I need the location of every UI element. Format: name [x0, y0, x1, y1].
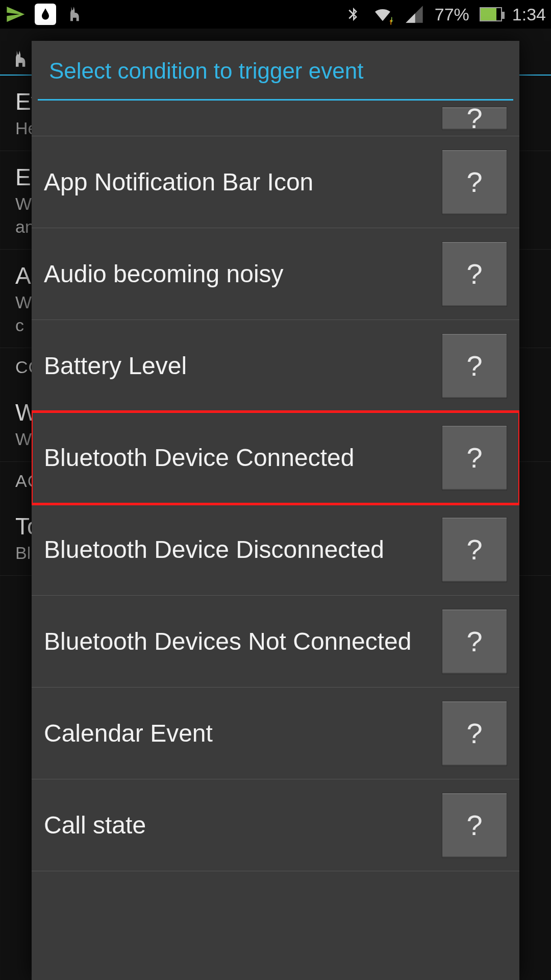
condition-label: App Notification Bar Icon: [44, 167, 442, 198]
condition-item-bluetooth-device-connected[interactable]: Bluetooth Device Connected ?: [32, 412, 519, 504]
help-button[interactable]: ?: [442, 241, 507, 307]
condition-item-call-state[interactable]: Call state ?: [32, 779, 519, 871]
help-button[interactable]: ?: [442, 609, 507, 674]
battery-percentage: 77%: [435, 5, 469, 24]
help-button[interactable]: ?: [442, 425, 507, 491]
help-button[interactable]: ?: [442, 517, 507, 582]
condition-item-calendar-event[interactable]: Calendar Event ?: [32, 688, 519, 779]
paper-plane-icon: [5, 4, 26, 24]
condition-item-audio-becoming-noisy[interactable]: Audio becoming noisy ?: [32, 228, 519, 320]
condition-item-app-notification-bar-icon[interactable]: App Notification Bar Icon ?: [32, 136, 519, 228]
condition-label: Battery Level: [44, 351, 442, 381]
condition-label: Bluetooth Devices Not Connected: [44, 626, 442, 657]
condition-label: Call state: [44, 810, 442, 841]
condition-label: Bluetooth Device Disconnected: [44, 534, 442, 565]
wifi-icon: [371, 4, 394, 24]
condition-list[interactable]: ? App Notification Bar Icon ? Audio beco…: [32, 101, 519, 980]
condition-item-partial[interactable]: ?: [32, 101, 519, 136]
cell-signal-icon: [404, 4, 424, 24]
condition-dialog: Select condition to trigger event ? App …: [32, 41, 519, 980]
llama-icon: [65, 4, 86, 24]
help-button[interactable]: ?: [442, 793, 507, 858]
dialog-title: Select condition to trigger event: [32, 41, 519, 99]
status-bar: 77% 1:34: [0, 0, 551, 29]
llama-app-icon: [10, 48, 33, 70]
help-button[interactable]: ?: [442, 701, 507, 766]
condition-label: Bluetooth Device Connected: [44, 443, 442, 473]
condition-label: Audio becoming noisy: [44, 259, 442, 289]
bluetooth-icon: [345, 4, 361, 24]
drop-app-icon: [35, 4, 56, 25]
help-button[interactable]: ?: [442, 107, 507, 130]
help-button[interactable]: ?: [442, 150, 507, 215]
battery-icon: [480, 7, 502, 21]
condition-item-bluetooth-devices-not-connected[interactable]: Bluetooth Devices Not Connected ?: [32, 596, 519, 688]
help-button[interactable]: ?: [442, 333, 507, 399]
condition-label: Calendar Event: [44, 718, 442, 749]
condition-item-bluetooth-device-disconnected[interactable]: Bluetooth Device Disconnected ?: [32, 504, 519, 596]
condition-item-battery-level[interactable]: Battery Level ?: [32, 320, 519, 412]
clock: 1:34: [512, 5, 546, 24]
